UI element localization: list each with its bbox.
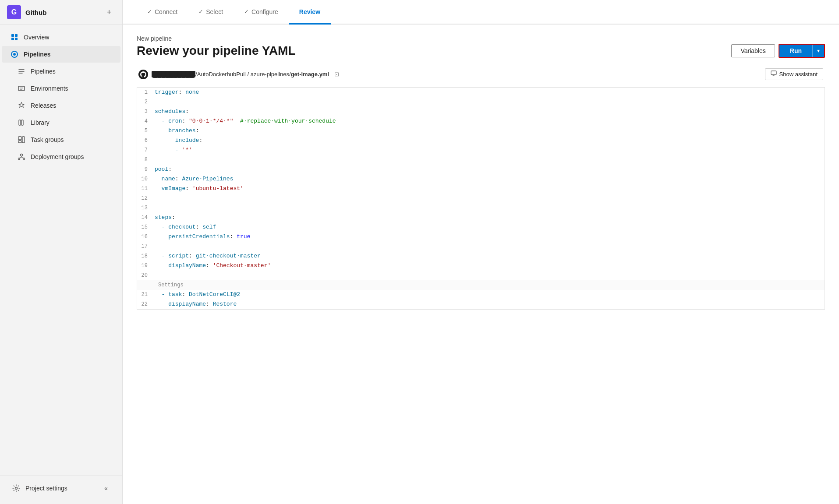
svg-point-12	[21, 154, 23, 156]
main-content: ✓ Connect ✓ Select ✓ Configure Review Ne…	[123, 0, 839, 504]
sidebar-item-project-settings[interactable]: Project settings «	[4, 480, 119, 497]
deployment-groups-icon	[18, 153, 25, 161]
code-settings-label: Settings	[137, 280, 825, 290]
tab-configure-label: Configure	[251, 8, 278, 15]
breadcrumb: New pipeline	[137, 35, 825, 42]
sidebar-item-label-project-settings: Project settings	[25, 485, 67, 492]
svg-rect-10	[18, 141, 21, 143]
svg-point-5	[13, 53, 16, 56]
sidebar-item-environments[interactable]: Environments	[2, 80, 120, 97]
sidebar-item-label-releases: Releases	[31, 102, 56, 109]
file-path-text: ██████████/AutoDockerhubPull / azure-pip…	[152, 71, 329, 78]
sidebar-item-label-deployment-groups: Deployment groups	[31, 153, 84, 160]
code-line-1: 1 trigger: none	[137, 88, 825, 97]
github-icon	[138, 70, 148, 79]
wizard-tabs: ✓ Connect ✓ Select ✓ Configure Review	[123, 0, 839, 25]
svg-point-15	[15, 487, 18, 490]
sidebar-item-overview[interactable]: Overview	[2, 29, 120, 46]
sidebar-item-releases[interactable]: Releases	[2, 97, 120, 114]
settings-label: Settings	[155, 280, 825, 290]
svg-rect-3	[15, 38, 18, 40]
sidebar-item-deployment-groups[interactable]: Deployment groups	[2, 148, 120, 165]
sidebar-item-label-pipelines-header: Pipelines	[24, 51, 50, 58]
settings-icon	[12, 484, 20, 492]
code-line-11: 11 vmImage: 'ubuntu-latest'	[137, 184, 825, 194]
connect-check-icon: ✓	[147, 8, 152, 15]
actions-row: Variables Run ▾	[731, 44, 825, 58]
task-groups-icon	[18, 136, 25, 144]
code-line-13: 13	[137, 203, 825, 213]
svg-rect-9	[18, 137, 21, 140]
sidebar-footer: Project settings «	[0, 476, 122, 504]
tab-select[interactable]: ✓ Select	[188, 0, 234, 25]
code-line-4: 4 - cron: "0·0·1·*/4·*" #·replace·with·y…	[137, 116, 825, 126]
code-line-6: 6 include:	[137, 136, 825, 145]
svg-rect-8	[21, 120, 23, 125]
code-line-5: 5 branches:	[137, 126, 825, 136]
svg-rect-6	[18, 86, 25, 91]
sidebar: G Github + Overview	[0, 0, 123, 504]
code-line-2: 2	[137, 97, 825, 107]
tab-review[interactable]: Review	[289, 0, 331, 25]
svg-rect-0	[11, 34, 14, 37]
code-line-12: 12	[137, 194, 825, 203]
sidebar-item-pipelines[interactable]: Pipelines	[2, 63, 120, 80]
sidebar-item-library[interactable]: Library	[2, 114, 120, 131]
sidebar-item-label-pipelines: Pipelines	[31, 68, 56, 75]
sidebar-item-label-overview: Overview	[24, 34, 49, 41]
org-name: Github	[25, 9, 99, 16]
code-line-15: 15 - checkout: self	[137, 222, 825, 232]
sidebar-item-label-library: Library	[31, 119, 50, 126]
tab-connect-label: Connect	[155, 8, 177, 15]
content-area: New pipeline Review your pipeline YAML V…	[123, 25, 839, 504]
library-icon	[18, 119, 25, 127]
code-line-3: 3 schedules:	[137, 107, 825, 116]
file-name: get-image.yml	[291, 71, 329, 78]
pipelines-icon	[18, 67, 25, 75]
page-title: Review your pipeline YAML	[137, 44, 296, 58]
environments-icon	[18, 85, 25, 92]
tab-select-label: Select	[206, 8, 223, 15]
code-line-14: 14 steps:	[137, 213, 825, 222]
svg-rect-11	[22, 137, 25, 143]
run-dropdown-button[interactable]: ▾	[812, 45, 824, 57]
configure-check-icon: ✓	[244, 8, 249, 15]
sidebar-item-pipelines-header[interactable]: Pipelines	[2, 46, 120, 63]
sidebar-item-label-environments: Environments	[31, 85, 68, 92]
tab-connect[interactable]: ✓ Connect	[137, 0, 188, 25]
run-button-group: Run ▾	[779, 44, 825, 58]
collapse-icon: «	[102, 484, 110, 492]
show-assistant-label: Show assistant	[779, 71, 818, 78]
code-line-20: 20	[137, 271, 825, 280]
code-editor[interactable]: 1 trigger: none 2 3 schedules: 4 - cron:…	[137, 87, 825, 310]
run-button[interactable]: Run	[779, 45, 812, 57]
page-title-row: Review your pipeline YAML Variables Run …	[137, 44, 825, 58]
sidebar-item-label-task-groups: Task groups	[31, 136, 64, 143]
sidebar-item-task-groups[interactable]: Task groups	[2, 131, 120, 148]
code-line-22: 22 displayName: Restore	[137, 300, 825, 309]
show-assistant-button[interactable]: Show assistant	[765, 68, 823, 80]
code-line-10: 10 name: Azure·Pipelines	[137, 174, 825, 184]
org-avatar: G	[7, 5, 21, 19]
releases-icon	[18, 102, 25, 109]
tab-review-label: Review	[299, 8, 320, 15]
copy-path-button[interactable]: ⊡	[334, 71, 339, 78]
variables-button[interactable]: Variables	[731, 44, 775, 57]
overview-icon	[11, 33, 18, 41]
code-line-8: 8	[137, 155, 825, 165]
tab-configure[interactable]: ✓ Configure	[234, 0, 289, 25]
code-line-17: 17	[137, 242, 825, 251]
code-line-19: 19 displayName: 'Checkout·master'	[137, 261, 825, 271]
select-check-icon: ✓	[198, 8, 203, 15]
repo-redacted: ██████████	[152, 71, 195, 78]
sidebar-nav: Overview Pipelines Pipelines	[0, 25, 122, 476]
code-line-18: 18 - script: git·checkout·master	[137, 251, 825, 261]
svg-rect-2	[11, 38, 14, 40]
assistant-icon	[771, 70, 777, 78]
svg-rect-1	[15, 34, 18, 37]
pipelines-header-icon	[11, 50, 18, 58]
add-org-button[interactable]: +	[103, 6, 115, 18]
code-line-16: 16 persistCredentials: true	[137, 232, 825, 242]
code-line-7: 7 - '*'	[137, 145, 825, 155]
file-path-row: ██████████/AutoDockerhubPull / azure-pip…	[137, 68, 825, 80]
